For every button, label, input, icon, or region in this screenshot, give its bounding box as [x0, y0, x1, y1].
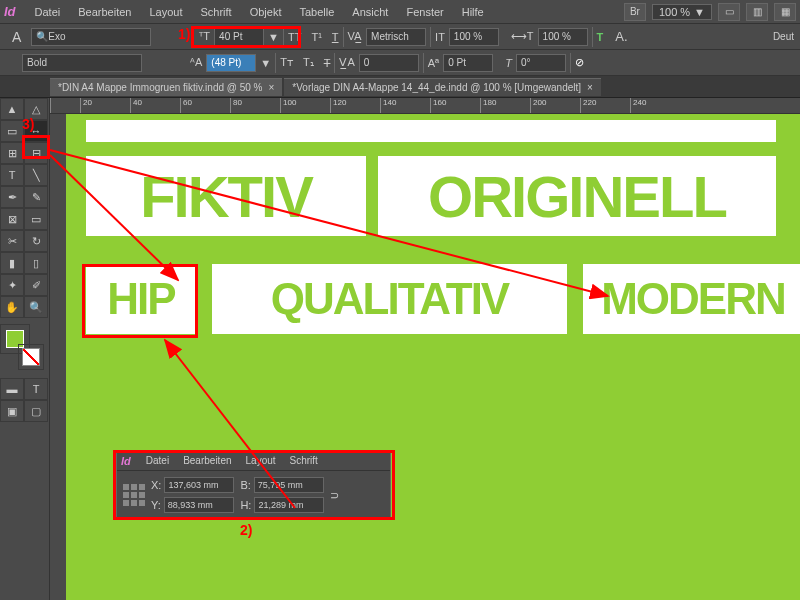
app-logo: Id	[4, 4, 16, 19]
vscale-field[interactable]: 100 %	[449, 28, 499, 46]
menu-tabelle[interactable]: Tabelle	[290, 6, 343, 18]
screen-mode-icon[interactable]: ▥	[746, 3, 768, 21]
smallcaps-icon[interactable]: Tᴛ	[280, 56, 293, 69]
y-field[interactable]: 88,933 mm	[164, 497, 234, 513]
kerning-field[interactable]: Metrisch	[366, 28, 426, 46]
line-tool[interactable]: ╲	[24, 164, 48, 186]
menu-fenster[interactable]: Fenster	[397, 6, 452, 18]
word-fiktiv-box[interactable]: FIKTIV	[86, 156, 366, 236]
content-tool[interactable]: ⊞	[0, 142, 24, 164]
y-label: Y:	[151, 499, 161, 511]
hscale-field[interactable]: 100 %	[538, 28, 588, 46]
app-menubar: Id Datei Bearbeiten Layout Schrift Objek…	[0, 0, 800, 24]
selection-tool[interactable]: ▲	[0, 98, 24, 120]
tracking-field[interactable]: 0	[359, 54, 419, 72]
h-field[interactable]: 21,289 mm	[254, 497, 324, 513]
menu-hilfe[interactable]: Hilfe	[453, 6, 493, 18]
horizontal-ruler[interactable]: 20 40 60 80 100 120 140 160 180 200 220 …	[50, 98, 800, 114]
mini-logo: Id	[121, 455, 131, 467]
word-originell: ORIGINELL	[428, 163, 726, 230]
close-icon[interactable]: ×	[269, 82, 275, 93]
gradient-tool[interactable]: ▮	[0, 252, 24, 274]
word-originell-box[interactable]: ORIGINELL	[378, 156, 776, 236]
skew-icon: T	[505, 57, 512, 69]
mini-menu-datei[interactable]: Datei	[139, 455, 176, 466]
leading-field[interactable]: (48 Pt)	[206, 54, 256, 72]
header-bar[interactable]	[86, 120, 776, 142]
baseline-field[interactable]: 0 Pt	[443, 54, 493, 72]
skew-field[interactable]: 0°	[516, 54, 566, 72]
apply-color-icon[interactable]: ▬	[0, 378, 24, 400]
font-size-field[interactable]: 40 Pt	[214, 28, 264, 46]
link-icon[interactable]: ⊃	[330, 489, 339, 502]
type-tool[interactable]: T	[0, 164, 24, 186]
reference-point-grid[interactable]	[123, 484, 145, 506]
control-bar-1: A 🔍 Exo ᵀT 40 Pt ▼ TT T¹ T VA̲ Metrisch …	[0, 24, 800, 50]
arrange-icon[interactable]: ▦	[774, 3, 796, 21]
menu-schrift[interactable]: Schrift	[192, 6, 241, 18]
menu-ansicht[interactable]: Ansicht	[343, 6, 397, 18]
leading-icon: ᴬA	[190, 56, 202, 69]
pen-tool[interactable]: ✒	[0, 186, 24, 208]
w-field[interactable]: 75,795 mm	[254, 477, 324, 493]
font-family-field[interactable]: 🔍 Exo	[31, 28, 151, 46]
word-hip-box[interactable]: HIP	[86, 264, 196, 334]
page-canvas[interactable]: FIKTIV ORIGINELL HIP QUALITATIV MODERN I…	[66, 114, 800, 600]
apply-none-icon[interactable]: T	[24, 378, 48, 400]
kerning-icon: VA̲	[348, 30, 363, 43]
bridge-button[interactable]: Br	[624, 3, 646, 21]
x-label: X:	[151, 479, 161, 491]
allcaps-icon[interactable]: TT	[288, 31, 301, 43]
menu-objekt[interactable]: Objekt	[241, 6, 291, 18]
subscript-icon[interactable]: T₁	[303, 56, 314, 69]
pencil-tool[interactable]: ✎	[24, 186, 48, 208]
zoom-tool[interactable]: 🔍	[24, 296, 48, 318]
superscript-icon[interactable]: T¹	[311, 31, 321, 43]
gradientfeat-tool[interactable]: ▯	[24, 252, 48, 274]
frame-tool[interactable]: ⊠	[0, 208, 24, 230]
view-mode-icon[interactable]: ▭	[718, 3, 740, 21]
eyedropper-tool[interactable]: ✐	[24, 274, 48, 296]
mini-menu-layout[interactable]: Layout	[239, 455, 283, 466]
menu-bearbeiten[interactable]: Bearbeiten	[69, 6, 140, 18]
strike-icon[interactable]: T	[324, 57, 331, 69]
menu-layout[interactable]: Layout	[140, 6, 191, 18]
word-hip: HIP	[107, 274, 174, 324]
font-size-icon: ᵀT	[199, 30, 210, 43]
close-icon[interactable]: ×	[587, 82, 593, 93]
w-label: B:	[240, 479, 250, 491]
lang-field[interactable]: Deut	[773, 31, 794, 42]
font-weight-field[interactable]: Bold	[22, 54, 142, 72]
page-tool[interactable]: ▭	[0, 120, 24, 142]
menu-datei[interactable]: Datei	[26, 6, 70, 18]
no-style-icon[interactable]: ⊘	[575, 56, 584, 69]
grid-tool[interactable]: ⊟	[24, 142, 48, 164]
normal-view-icon[interactable]: ▣	[0, 400, 24, 422]
tracking-icon: V̲A	[339, 56, 354, 69]
tab-doc1[interactable]: *DIN A4 Mappe Immogruen fiktiv.indd @ 50…	[50, 78, 282, 96]
hscale-icon: ⟷T	[511, 30, 534, 43]
stroke-swatch[interactable]	[18, 344, 44, 370]
x-field[interactable]: 137,603 mm	[164, 477, 234, 493]
anno-label-1: 1)	[178, 26, 190, 42]
hand-tool[interactable]: ✋	[0, 296, 24, 318]
transform-tool[interactable]: ↻	[24, 230, 48, 252]
tab-doc2[interactable]: *Vorlage DIN A4-Mappe 14_44_de.indd @ 10…	[284, 78, 601, 96]
vscale-icon: IT	[435, 31, 445, 43]
mini-menu-bearbeiten[interactable]: Bearbeiten	[176, 455, 238, 466]
note-tool[interactable]: ✦	[0, 274, 24, 296]
anno-label-2: 2)	[240, 522, 252, 538]
char-style-t-icon[interactable]: T	[597, 31, 604, 43]
char-a-icon: A	[12, 29, 21, 45]
char-a-fill-icon[interactable]: A.	[615, 29, 627, 44]
underline-icon[interactable]: T	[332, 31, 339, 43]
word-modern-box[interactable]: MODERN	[583, 264, 800, 334]
preview-icon[interactable]: ▢	[24, 400, 48, 422]
h-label: H:	[240, 499, 251, 511]
workarea[interactable]: FIKTIV ORIGINELL HIP QUALITATIV MODERN I…	[50, 114, 800, 600]
word-qualitativ-box[interactable]: QUALITATIV	[212, 264, 567, 334]
mini-menu-schrift[interactable]: Schrift	[283, 455, 325, 466]
zoom-level[interactable]: 100 %▼	[652, 4, 712, 20]
scissors-tool[interactable]: ✂	[0, 230, 24, 252]
rect-tool[interactable]: ▭	[24, 208, 48, 230]
